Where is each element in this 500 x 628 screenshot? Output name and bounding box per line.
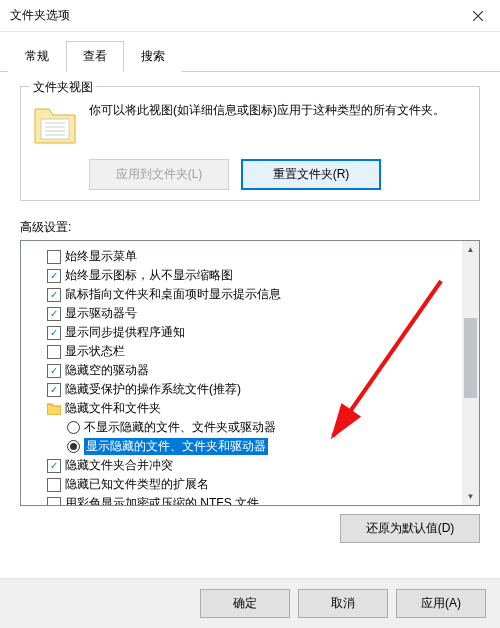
- apply-button[interactable]: 应用(A): [396, 589, 486, 618]
- tree-item-12[interactable]: 隐藏已知文件类型的扩展名: [29, 475, 459, 494]
- checkbox-icon[interactable]: ✓: [47, 269, 61, 283]
- tree-item-label: 显示隐藏的文件、文件夹和驱动器: [84, 438, 268, 455]
- tab-view[interactable]: 查看: [66, 41, 124, 72]
- scroll-track[interactable]: [462, 258, 479, 488]
- checkbox-icon[interactable]: [47, 478, 61, 492]
- tree-item-8[interactable]: 隐藏文件和文件夹: [29, 399, 459, 418]
- tree-item-9[interactable]: 不显示隐藏的文件、文件夹或驱动器: [29, 418, 459, 437]
- tree-item-label: 隐藏空的驱动器: [65, 362, 149, 379]
- tree-item-11[interactable]: ✓隐藏文件夹合并冲突: [29, 456, 459, 475]
- tab-general-label: 常规: [25, 49, 49, 63]
- close-icon: [473, 11, 483, 21]
- tree-item-13[interactable]: 用彩色显示加密或压缩的 NTFS 文件: [29, 494, 459, 506]
- advanced-settings-label: 高级设置:: [20, 219, 480, 236]
- scrollbar[interactable]: ▲ ▼: [462, 241, 479, 505]
- ok-button[interactable]: 确定: [200, 589, 290, 618]
- tree-item-label: 始终显示图标，从不显示缩略图: [65, 267, 233, 284]
- tree-item-7[interactable]: ✓隐藏受保护的操作系统文件(推荐): [29, 380, 459, 399]
- tree-item-3[interactable]: ✓显示驱动器号: [29, 304, 459, 323]
- radio-icon[interactable]: [67, 440, 80, 453]
- apply-to-folders-button: 应用到文件夹(L): [89, 159, 229, 190]
- tab-search-label: 搜索: [141, 49, 165, 63]
- content-area: 文件夹视图 你可以将此视图(如详细信息或图标)应用于这种类型的所有文件夹。 应用…: [0, 72, 500, 553]
- tree-item-0[interactable]: 始终显示菜单: [29, 247, 459, 266]
- folder-small-icon: [47, 403, 61, 415]
- tree-item-6[interactable]: ✓隐藏空的驱动器: [29, 361, 459, 380]
- tree-item-label: 隐藏文件和文件夹: [65, 400, 161, 417]
- tree-item-label: 用彩色显示加密或压缩的 NTFS 文件: [65, 495, 259, 506]
- checkbox-icon[interactable]: ✓: [47, 288, 61, 302]
- folder-views-group: 文件夹视图 你可以将此视图(如详细信息或图标)应用于这种类型的所有文件夹。 应用…: [20, 86, 480, 201]
- tab-view-label: 查看: [83, 49, 107, 63]
- tree-item-4[interactable]: ✓显示同步提供程序通知: [29, 323, 459, 342]
- folder-icon: [31, 101, 79, 149]
- tree-item-label: 隐藏文件夹合并冲突: [65, 457, 173, 474]
- advanced-settings-tree[interactable]: 始终显示菜单✓始终显示图标，从不显示缩略图✓鼠标指向文件夹和桌面项时显示提示信息…: [20, 240, 480, 506]
- checkbox-icon[interactable]: [47, 345, 61, 359]
- tree-item-label: 显示同步提供程序通知: [65, 324, 185, 341]
- tree-item-label: 显示状态栏: [65, 343, 125, 360]
- restore-defaults-button[interactable]: 还原为默认值(D): [340, 514, 480, 543]
- scroll-thumb[interactable]: [464, 318, 477, 398]
- tree-item-label: 显示驱动器号: [65, 305, 137, 322]
- checkbox-icon[interactable]: [47, 250, 61, 264]
- tree-item-10[interactable]: 显示隐藏的文件、文件夹和驱动器: [29, 437, 459, 456]
- folder-views-desc: 你可以将此视图(如详细信息或图标)应用于这种类型的所有文件夹。: [89, 101, 469, 119]
- radio-icon[interactable]: [67, 421, 80, 434]
- tree-item-label: 隐藏已知文件类型的扩展名: [65, 476, 209, 493]
- tree-item-5[interactable]: 显示状态栏: [29, 342, 459, 361]
- checkbox-icon[interactable]: ✓: [47, 307, 61, 321]
- tab-strip: 常规 查看 搜索: [0, 32, 500, 72]
- scroll-down-button[interactable]: ▼: [462, 488, 479, 505]
- tab-general[interactable]: 常规: [8, 41, 66, 72]
- tree-item-1[interactable]: ✓始终显示图标，从不显示缩略图: [29, 266, 459, 285]
- tree-item-label: 鼠标指向文件夹和桌面项时显示提示信息: [65, 286, 281, 303]
- checkbox-icon[interactable]: ✓: [47, 383, 61, 397]
- checkbox-icon[interactable]: ✓: [47, 364, 61, 378]
- tree-item-label: 始终显示菜单: [65, 248, 137, 265]
- dialog-footer: 确定 取消 应用(A): [0, 578, 500, 628]
- title-bar: 文件夹选项: [0, 0, 500, 32]
- scroll-up-button[interactable]: ▲: [462, 241, 479, 258]
- tab-search[interactable]: 搜索: [124, 41, 182, 72]
- checkbox-icon[interactable]: [47, 497, 61, 507]
- tree-item-label: 隐藏受保护的操作系统文件(推荐): [65, 381, 241, 398]
- checkbox-icon[interactable]: ✓: [47, 459, 61, 473]
- cancel-button[interactable]: 取消: [298, 589, 388, 618]
- tree-item-label: 不显示隐藏的文件、文件夹或驱动器: [84, 419, 276, 436]
- tree-item-2[interactable]: ✓鼠标指向文件夹和桌面项时显示提示信息: [29, 285, 459, 304]
- close-button[interactable]: [455, 0, 500, 32]
- checkbox-icon[interactable]: ✓: [47, 326, 61, 340]
- svg-rect-0: [41, 119, 69, 139]
- folder-views-title: 文件夹视图: [29, 79, 97, 96]
- window-title: 文件夹选项: [10, 7, 70, 24]
- reset-folders-button[interactable]: 重置文件夹(R): [241, 159, 381, 190]
